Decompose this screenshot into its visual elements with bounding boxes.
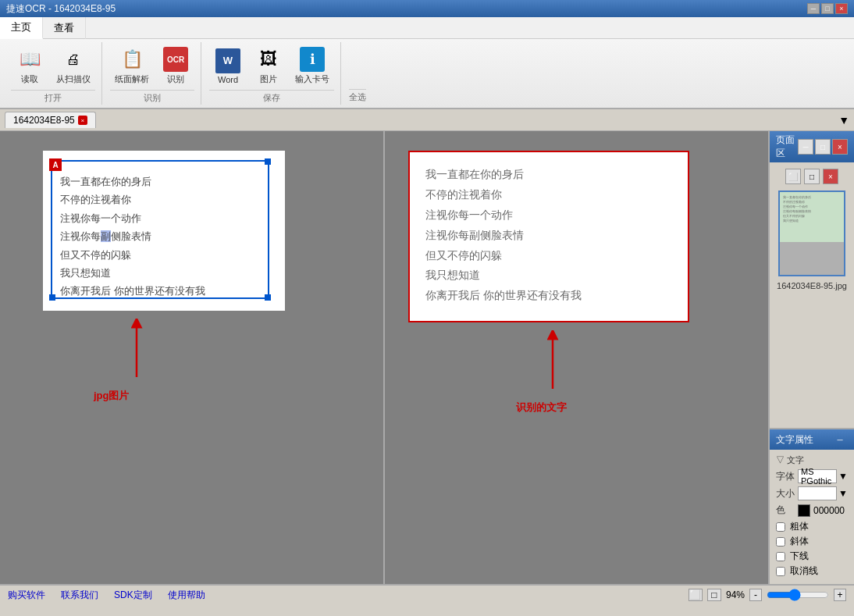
window-controls: ─ □ ×: [807, 3, 848, 14]
status-right: ⬜ □ 94% - +: [689, 589, 846, 601]
document-tab[interactable]: 1642034E8-95 ×: [5, 112, 96, 128]
text-attr-minimize[interactable]: ─: [832, 432, 848, 447]
text-canvas[interactable]: 我一直都在你的身后 不停的注视着你 注视你每一个动作 注视你每副侧脸表情 但又不…: [408, 151, 689, 322]
handle-br[interactable]: [265, 294, 271, 301]
menu-tab-view[interactable]: 查看: [43, 17, 86, 39]
page-tool-delete[interactable]: ×: [823, 169, 838, 184]
italic-checkbox[interactable]: [776, 537, 785, 547]
text-attr-panel: 文字属性 ─ ▽ 文字 字体 MS PGothic ▼ 大小 ▼: [770, 428, 854, 584]
tab-name: 1642034E8-95: [13, 115, 75, 126]
help-link[interactable]: 使用帮助: [168, 589, 205, 602]
zoom-plus-button[interactable]: +: [834, 589, 846, 601]
tab-close-button[interactable]: ×: [78, 116, 87, 125]
font-dropdown-arrow[interactable]: ▼: [838, 471, 848, 482]
thumb-bottom: [780, 242, 844, 275]
zoom-slider[interactable]: [767, 589, 829, 601]
title-bar: 捷速OCR - 1642034E8-95 ─ □ ×: [0, 0, 854, 17]
menu-tab-home[interactable]: 主页: [0, 17, 43, 39]
app-title: 捷速OCR - 1642034E8-95: [6, 2, 116, 16]
layout-button[interactable]: 📋 纸面解析: [110, 44, 154, 88]
toolbar: 📖 读取 🖨 从扫描仪 打开 📋 纸面解析 OCR 识别 识别: [0, 39, 854, 109]
close-button[interactable]: ×: [835, 3, 848, 14]
underline-checkbox[interactable]: [776, 552, 785, 561]
scan-icon: 🖨: [61, 47, 86, 72]
maximize-button[interactable]: □: [821, 3, 834, 14]
open-buttons: 📖 读取 🖨 从扫描仪: [11, 44, 95, 88]
page-area-title: 页面区: [776, 134, 798, 160]
actual-button[interactable]: □: [707, 589, 721, 601]
font-label: 字体: [776, 470, 798, 483]
scan-button[interactable]: 🖨 从扫描仪: [52, 44, 95, 88]
toolbar-group-selectall: 全选: [343, 42, 372, 105]
page-thumbnail[interactable]: 我一直都在你的身后 不停的注视着你 注视你每一个动作 注视你每副侧脸表情 但又不…: [778, 190, 845, 276]
thumbnail-label: 1642034E8-95.jpg: [777, 281, 847, 290]
read-icon: 📖: [17, 47, 42, 72]
card-button[interactable]: ℹ 输入卡号: [290, 44, 334, 88]
size-dropdown-arrow[interactable]: ▼: [838, 488, 848, 499]
zoom-minus-button[interactable]: -: [749, 589, 762, 601]
layout-label: 纸面解析: [115, 73, 149, 85]
save-buttons: W Word 🖼 图片 ℹ 输入卡号: [209, 44, 334, 88]
recognized-text: 我一直都在你的身后 不停的注视着你 注视你每一个动作 注视你每副侧脸表情 但又不…: [425, 165, 582, 306]
word-button[interactable]: W Word: [209, 45, 247, 87]
italic-row: 斜体: [776, 535, 848, 548]
word-label: Word: [218, 75, 238, 84]
page-area-close[interactable]: ×: [832, 139, 848, 155]
underline-label: 下线: [790, 550, 809, 563]
page-area-controls: ─ □ ×: [798, 139, 848, 155]
page-tool-2[interactable]: □: [804, 169, 820, 184]
selectall-group-label: 全选: [349, 89, 366, 103]
ocr-button[interactable]: OCR 识别: [157, 44, 194, 88]
left-arrow-svg: [121, 319, 152, 381]
zoom-level: 94%: [726, 589, 745, 600]
ocr-label: 识别: [167, 73, 184, 85]
ocr-icon: OCR: [163, 47, 188, 72]
handle-bl[interactable]: [49, 294, 55, 301]
right-annotation-label: 识别的文字: [516, 401, 567, 415]
card-label: 输入卡号: [295, 73, 329, 85]
handle-tr[interactable]: [265, 158, 271, 165]
read-label: 读取: [21, 73, 38, 85]
image-button[interactable]: 🖼 图片: [250, 44, 287, 88]
size-row: 大小 ▼: [776, 486, 848, 500]
color-swatch[interactable]: [798, 504, 810, 517]
card-icon: ℹ: [300, 47, 325, 72]
read-button[interactable]: 📖 读取: [11, 44, 48, 88]
page-area-header: 页面区 ─ □ ×: [770, 131, 854, 162]
page-tool-1[interactable]: ⬜: [785, 169, 801, 184]
page-area-minimize[interactable]: ─: [798, 139, 813, 155]
toolbar-group-save: W Word 🖼 图片 ℹ 输入卡号 保存: [203, 42, 341, 105]
text-section-label: ▽ 文字: [776, 454, 848, 466]
tab-bar: 1642034E8-95 × ▼: [0, 109, 854, 131]
right-arrow-svg: [537, 330, 568, 393]
status-bar: 购买软件 联系我们 SDK定制 使用帮助 ⬜ □ 94% - +: [0, 584, 854, 604]
font-value[interactable]: MS PGothic: [798, 469, 837, 483]
size-value[interactable]: [798, 486, 837, 500]
bold-label: 粗体: [790, 520, 809, 533]
side-panel: 页面区 ─ □ × ⬜ □ × 我一直都在你的身后: [768, 131, 854, 584]
buy-link[interactable]: 购买软件: [8, 589, 45, 602]
sdk-link[interactable]: SDK定制: [114, 589, 152, 602]
identify-buttons: 📋 纸面解析 OCR 识别: [110, 44, 194, 88]
page-area-restore[interactable]: □: [815, 139, 831, 155]
main-area: A 我一直都在你的身后 不停的注视着你 注视你每一个动作 注视你每副侧脸表情 但…: [0, 131, 854, 584]
fit-button[interactable]: ⬜: [689, 589, 703, 601]
page-area-content: ⬜ □ × 我一直都在你的身后 不停的注视着你 注视你每一个动作 注视你每副侧脸…: [770, 162, 854, 297]
identify-group-label: 识别: [110, 90, 194, 104]
page-area: 页面区 ─ □ × ⬜ □ × 我一直都在你的身后: [770, 131, 854, 428]
image-panel: A 我一直都在你的身后 不停的注视着你 注视你每一个动作 注视你每副侧脸表情 但…: [0, 131, 385, 584]
strikethrough-checkbox[interactable]: [776, 567, 785, 576]
left-annotation-label: jpg图片: [94, 389, 130, 403]
page-area-toolbar: ⬜ □ ×: [785, 169, 838, 184]
minimize-button[interactable]: ─: [807, 3, 820, 14]
image-text: 我一直都在你的身后 不停的注视着你 注视你每一个动作 注视你每副侧脸表情 但又不…: [60, 173, 205, 301]
image-label: 图片: [260, 73, 277, 85]
italic-label: 斜体: [790, 535, 809, 548]
tab-bar-dropdown[interactable]: ▼: [838, 114, 849, 126]
layout-icon: 📋: [119, 47, 144, 72]
contact-link[interactable]: 联系我们: [61, 589, 98, 602]
color-label: 色: [776, 504, 798, 517]
bold-checkbox[interactable]: [776, 522, 785, 532]
font-row: 字体 MS PGothic ▼: [776, 469, 848, 483]
strikethrough-row: 取消线: [776, 564, 848, 578]
